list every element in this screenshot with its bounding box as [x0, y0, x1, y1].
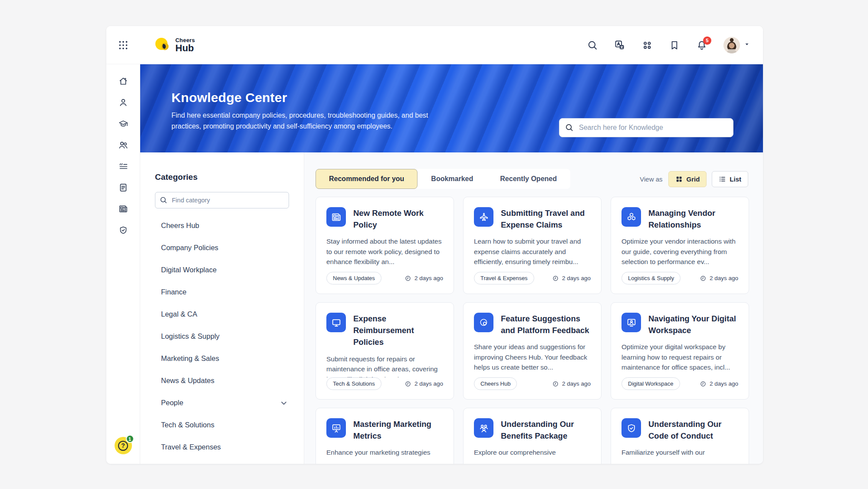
card-tag[interactable]: Travel & Expenses — [474, 272, 534, 284]
tab-bookmarked[interactable]: Bookmarked — [418, 169, 487, 189]
help-button[interactable]: ? 1 — [115, 437, 132, 454]
cheers-logo-icon — [474, 313, 493, 332]
sidebar-item-tech-solutions[interactable]: Tech & Solutions — [155, 414, 289, 436]
card-description: Familiarize yourself with our — [621, 447, 738, 458]
sidebar-item-cheers-hub[interactable]: Cheers Hub — [155, 215, 289, 237]
categories-title: Categories — [155, 172, 289, 182]
help-badge: 1 — [126, 435, 134, 443]
card-title: Managing Vendor Relationships — [648, 207, 738, 231]
icon-rail: ? 1 — [106, 64, 140, 464]
knowledge-banner: Knowledge Center Find here essential com… — [140, 64, 763, 152]
card-title: Understanding Our Benefits Package — [501, 418, 591, 442]
sidebar-item-travel-expenses[interactable]: Travel & Expenses — [155, 436, 289, 458]
knowledge-search-input[interactable] — [559, 118, 733, 137]
knowledge-card[interactable]: Expense Reimbursement Policies Submit re… — [316, 302, 454, 400]
search-icon[interactable] — [587, 40, 598, 51]
card-time: 2 days ago — [700, 380, 738, 387]
card-time: 2 days ago — [552, 380, 591, 387]
card-title: Feature Suggestions and Platform Feedbac… — [501, 313, 591, 336]
document-icon[interactable] — [118, 182, 128, 193]
card-title: Mastering Marketing Metrics — [353, 418, 443, 442]
user-icon[interactable] — [118, 97, 128, 108]
card-description: Submit requests for repairs or maintenan… — [326, 354, 443, 377]
sidebar-item-news-updates[interactable]: News & Updates — [155, 370, 289, 392]
knowledge-card[interactable]: Mastering Marketing Metrics Enhance your… — [316, 408, 454, 464]
knowledge-main: Recommended for youBookmarkedRecently Op… — [304, 152, 763, 464]
logo-word-top: Cheers — [175, 37, 195, 43]
card-description: Stay informed about the latest updates t… — [326, 236, 443, 267]
notification-badge: 5 — [703, 36, 711, 45]
card-tag[interactable]: Digital Workspace — [621, 377, 680, 390]
search-icon — [565, 123, 574, 132]
quote-list-icon[interactable] — [118, 161, 128, 172]
chevron-down-icon — [279, 399, 288, 407]
sidebar-item-digital-workplace[interactable]: Digital Workplace — [155, 259, 289, 281]
shield-check-icon — [621, 418, 641, 438]
shield-check-icon[interactable] — [118, 225, 128, 235]
tab-bar: Recommended for youBookmarkedRecently Op… — [316, 169, 570, 189]
knowledge-card[interactable]: Understanding Our Benefits Package Explo… — [463, 408, 602, 464]
knowledge-card[interactable]: Understanding Our Code of Conduct Famili… — [611, 408, 749, 464]
view-as-label: View as — [640, 175, 662, 183]
monitor-icon — [326, 313, 346, 332]
notifications-icon[interactable]: 5 — [696, 40, 707, 51]
card-title: Navigating Your Digital Workspace — [648, 313, 738, 336]
avatar — [723, 37, 740, 53]
newspaper-icon[interactable] — [118, 204, 128, 214]
clock-icon — [404, 275, 411, 282]
caret-down-icon — [744, 41, 750, 49]
card-tag[interactable]: Logistics & Supply — [621, 272, 681, 284]
logo-word-bottom: Hub — [175, 43, 195, 53]
card-tag[interactable]: Tech & Solutions — [326, 377, 381, 390]
cheers-logo-icon — [153, 35, 171, 55]
cheers-hub-logo[interactable]: Cheers Hub — [153, 35, 195, 55]
knowledge-card[interactable]: Submitting Travel and Expense Claims Lea… — [463, 197, 602, 294]
sidebar-item-logistics-supply[interactable]: Logistics & Supply — [155, 325, 289, 347]
translate-icon[interactable] — [614, 40, 625, 51]
knowledge-card[interactable]: Feature Suggestions and Platform Feedbac… — [463, 302, 602, 400]
card-tag[interactable]: Cheers Hub — [474, 377, 517, 390]
graduation-cap-icon[interactable] — [118, 119, 128, 129]
sidebar-item-legal-ca[interactable]: Legal & CA — [155, 303, 289, 325]
clock-icon — [700, 275, 707, 282]
card-description: Share your ideas and suggestions for imp… — [474, 342, 591, 373]
card-title: Expense Reimbursement Policies — [353, 313, 443, 348]
apps-icon[interactable] — [641, 40, 653, 51]
list-view-button[interactable]: List — [712, 171, 748, 187]
bookmark-icon[interactable] — [669, 40, 680, 51]
cards-grid: New Remote Work Policy Stay informed abo… — [316, 197, 763, 464]
card-title: New Remote Work Policy — [353, 207, 443, 231]
page-subtitle: Find here essential company policies, pr… — [171, 110, 443, 132]
sidebar-item-finance[interactable]: Finance — [155, 281, 289, 303]
grid-view-button[interactable]: Grid — [668, 171, 707, 187]
category-search-input[interactable] — [155, 192, 289, 208]
home-icon[interactable] — [118, 76, 128, 86]
clock-icon — [552, 380, 559, 387]
knowledge-card[interactable]: New Remote Work Policy Stay informed abo… — [316, 197, 454, 294]
sidebar-item-marketing-sales[interactable]: Marketing & Sales — [155, 347, 289, 370]
knowledge-card[interactable]: Navigating Your Digital Workspace Optimi… — [611, 302, 749, 400]
clock-icon — [404, 380, 411, 387]
app-window: Cheers Hub — [106, 26, 763, 464]
card-time: 2 days ago — [552, 275, 591, 282]
card-title: Understanding Our Code of Conduct — [648, 418, 738, 442]
card-tag[interactable]: News & Updates — [326, 272, 381, 284]
users-group-icon — [474, 418, 493, 438]
card-description: Optimize your digital workspace by learn… — [621, 342, 738, 373]
knowledge-card[interactable]: Managing Vendor Relationships Optimize y… — [611, 197, 749, 294]
tab-recommended-for-you[interactable]: Recommended for you — [316, 169, 418, 189]
sidebar-item-company-policies[interactable]: Company Policies — [155, 237, 289, 259]
card-description: Learn how to submit your travel and expe… — [474, 236, 591, 267]
sidebar-item-people[interactable]: People — [155, 392, 289, 414]
airplane-icon — [474, 207, 493, 227]
grid-icon — [675, 175, 683, 183]
user-menu[interactable] — [723, 37, 750, 53]
category-list: Cheers Hub Company Policies Digital Work… — [155, 215, 289, 458]
clock-icon — [552, 275, 559, 282]
app-launcher-icon[interactable] — [118, 40, 129, 51]
card-description: Explore our comprehensive — [474, 447, 591, 458]
monitor-user-icon — [621, 313, 641, 332]
top-bar: Cheers Hub — [106, 26, 763, 64]
tab-recently-opened[interactable]: Recently Opened — [487, 169, 570, 189]
people-group-icon[interactable] — [118, 140, 128, 150]
